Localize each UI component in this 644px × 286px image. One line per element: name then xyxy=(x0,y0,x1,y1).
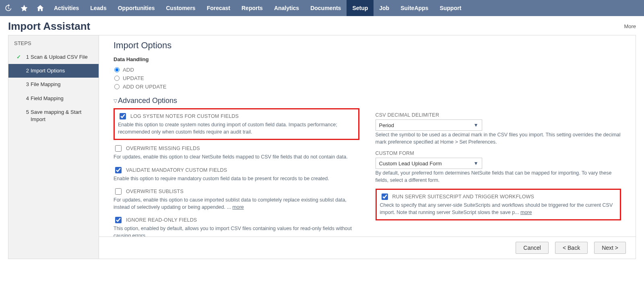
overwrite-sublists-help: For updates, enable this option to cause… xyxy=(114,197,359,211)
footer-buttons: Cancel < Back Next > xyxy=(99,237,636,259)
overwrite-sublists-more-link[interactable]: more xyxy=(232,204,244,210)
step-2[interactable]: ✓2 Import Options xyxy=(8,64,99,78)
nav-item-support[interactable]: Support xyxy=(434,0,467,16)
csv-decimal-label: CSV DECIMAL DELIMITER xyxy=(376,112,621,118)
run-scripts-more-link[interactable]: more xyxy=(520,210,532,215)
nav-item-job[interactable]: Job xyxy=(374,0,395,16)
step-label: Field Mapping xyxy=(31,95,93,102)
right-column: CSV DECIMAL DELIMITER Period ▼ Select th… xyxy=(376,107,621,237)
nav-item-suiteapps[interactable]: SuiteApps xyxy=(395,0,434,16)
step-label: Save mapping & Start Import xyxy=(31,109,93,123)
data-handling-label: Data Handling xyxy=(114,56,621,62)
data-handling-radio[interactable] xyxy=(114,76,120,81)
overwrite-missing-help: For updates, enable this option to clear… xyxy=(114,154,359,161)
nav-item-analytics[interactable]: Analytics xyxy=(268,0,305,16)
advanced-options-toggle[interactable]: ▽ Advanced Options xyxy=(114,97,621,105)
ignore-readonly-label: IGNORE READ-ONLY FIELDS xyxy=(126,217,197,223)
validate-mandatory-label: VALIDATE MANDATORY CUSTOM FIELDS xyxy=(126,167,227,173)
home-icon[interactable] xyxy=(32,0,48,16)
highlight-run-scripts: RUN SERVER SUITESCRIPT AND TRIGGER WORKF… xyxy=(376,189,621,220)
data-handling-option-update[interactable]: UPDATE xyxy=(114,74,621,82)
step-number: 4 xyxy=(23,95,29,102)
step-label: File Mapping xyxy=(31,81,93,88)
content-area: Import Options Data Handling ADDUPDATEAD… xyxy=(99,35,636,237)
top-nav: ActivitiesLeadsOpportunitiesCustomersFor… xyxy=(0,0,644,16)
step-5[interactable]: ✓5 Save mapping & Start Import xyxy=(8,105,99,126)
nav-item-opportunities[interactable]: Opportunities xyxy=(112,0,161,16)
step-label: Import Options xyxy=(31,67,93,74)
highlight-log-notes: LOG SYSTEM NOTES FOR CUSTOM FIELDS Enabl… xyxy=(114,108,359,140)
chevron-down-icon: ▼ xyxy=(474,160,479,166)
overwrite-sublists-checkbox[interactable] xyxy=(115,188,122,195)
custom-form-help: By default, your preferred form determin… xyxy=(376,170,621,184)
ignore-readonly-checkbox[interactable] xyxy=(115,217,122,223)
data-handling-group: ADDUPDATEADD OR UPDATE xyxy=(114,66,621,91)
csv-decimal-value: Period xyxy=(379,122,394,128)
data-handling-option-add[interactable]: ADD xyxy=(114,66,621,74)
step-3[interactable]: ✓3 File Mapping xyxy=(8,78,99,91)
page-header: Import Assistant More xyxy=(0,16,644,35)
nav-item-leads[interactable]: Leads xyxy=(85,0,112,16)
step-label: Scan & Upload CSV File xyxy=(31,53,93,61)
step-4[interactable]: ✓4 Field Mapping xyxy=(8,92,99,105)
main-panel: STEPS ✓1 Scan & Upload CSV File✓2 Import… xyxy=(8,35,636,259)
next-button[interactable]: Next > xyxy=(594,242,626,254)
validate-mandatory-help: Enable this option to require mandatory … xyxy=(114,175,359,183)
nav-item-setup[interactable]: Setup xyxy=(347,0,374,16)
data-handling-option-add-or-update[interactable]: ADD OR UPDATE xyxy=(114,82,621,91)
nav-menu: ActivitiesLeadsOpportunitiesCustomersFor… xyxy=(48,0,467,16)
steps-title: STEPS xyxy=(8,40,99,50)
csv-decimal-dropdown[interactable]: Period ▼ xyxy=(376,119,482,131)
nav-item-forecast[interactable]: Forecast xyxy=(201,0,236,16)
step-number: 5 xyxy=(23,109,29,116)
cancel-button[interactable]: Cancel xyxy=(516,242,549,254)
steps-sidebar: STEPS ✓1 Scan & Upload CSV File✓2 Import… xyxy=(8,35,99,259)
history-icon[interactable] xyxy=(0,0,16,16)
content-wrap: Import Options Data Handling ADDUPDATEAD… xyxy=(99,35,636,259)
nav-item-customers[interactable]: Customers xyxy=(161,0,201,16)
csv-decimal-help: Select the symbol to be used as a decima… xyxy=(376,132,621,146)
back-button[interactable]: < Back xyxy=(555,242,588,254)
step-number: 2 xyxy=(23,67,29,74)
advanced-options-label: Advanced Options xyxy=(118,97,177,105)
caret-down-icon: ▽ xyxy=(114,98,117,104)
content-title: Import Options xyxy=(114,40,621,51)
custom-form-value: Custom Lead Upload Form xyxy=(379,160,442,167)
more-link[interactable]: More xyxy=(624,23,636,29)
overwrite-missing-label: OVERWRITE MISSING FIELDS xyxy=(126,146,200,151)
page-title: Import Assistant xyxy=(8,20,90,33)
log-system-notes-help: Enable this option to create system note… xyxy=(118,121,355,136)
nav-item-activities[interactable]: Activities xyxy=(48,0,85,16)
chevron-down-icon: ▼ xyxy=(474,122,479,128)
data-handling-radio[interactable] xyxy=(114,67,120,72)
run-scripts-label: RUN SERVER SUITESCRIPT AND TRIGGER WORKF… xyxy=(392,194,535,200)
nav-item-documents[interactable]: Documents xyxy=(305,0,347,16)
step-number: 1 xyxy=(23,53,29,61)
nav-item-reports[interactable]: Reports xyxy=(236,0,268,16)
custom-form-label: CUSTOM FORM xyxy=(376,150,621,156)
data-handling-option-label: UPDATE xyxy=(123,75,144,81)
star-icon[interactable] xyxy=(16,0,32,16)
data-handling-radio[interactable] xyxy=(114,84,120,89)
log-system-notes-label: LOG SYSTEM NOTES FOR CUSTOM FIELDS xyxy=(130,113,239,119)
data-handling-option-label: ADD xyxy=(123,67,134,73)
left-column: LOG SYSTEM NOTES FOR CUSTOM FIELDS Enabl… xyxy=(114,107,359,237)
step-number: 3 xyxy=(23,81,29,88)
overwrite-missing-checkbox[interactable] xyxy=(115,145,122,152)
ignore-readonly-help: This option, enabled by default, allows … xyxy=(114,225,359,237)
data-handling-option-label: ADD OR UPDATE xyxy=(123,84,167,90)
run-scripts-help: Check to specify that any server-side Su… xyxy=(380,202,617,216)
overwrite-sublists-label: OVERWRITE SUBLISTS xyxy=(126,189,184,194)
check-icon: ✓ xyxy=(17,53,21,61)
validate-mandatory-checkbox[interactable] xyxy=(115,167,122,173)
step-1[interactable]: ✓1 Scan & Upload CSV File xyxy=(8,50,99,64)
log-system-notes-checkbox[interactable] xyxy=(120,113,126,119)
custom-form-dropdown[interactable]: Custom Lead Upload Form ▼ xyxy=(376,158,482,169)
run-scripts-checkbox[interactable] xyxy=(382,193,388,200)
